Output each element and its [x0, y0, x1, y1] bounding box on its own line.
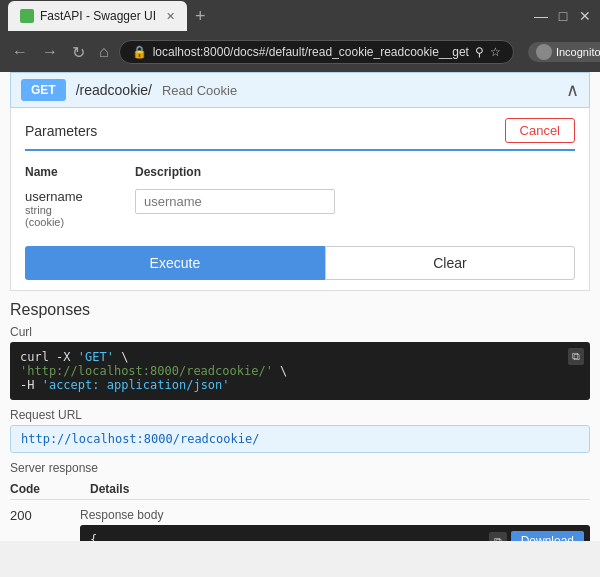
collapse-button[interactable]: ∧ — [566, 79, 579, 101]
param-name-block: username string (cookie) — [25, 189, 115, 228]
param-type: string — [25, 204, 115, 216]
curl-line-2: 'http://localhost:8000/readcookie/' — [20, 364, 273, 378]
address-bar[interactable]: 🔒 localhost:8000/docs#/default/read_cook… — [119, 40, 514, 64]
lock-icon: 🔒 — [132, 45, 147, 59]
param-row-username: username string (cookie) — [25, 185, 575, 232]
responses-section: Responses Curl curl -X 'GET' \ 'http://l… — [10, 291, 590, 541]
param-location: (cookie) — [25, 216, 115, 228]
clear-button[interactable]: Clear — [325, 246, 575, 280]
response-details: Response body { "username": "admin" } ⧉ … — [80, 508, 590, 541]
param-input-username[interactable] — [135, 189, 335, 214]
server-response-section: Server response Code Details 200 Respons… — [10, 461, 590, 541]
endpoint-summary: Read Cookie — [162, 83, 237, 98]
curl-label: Curl — [10, 325, 590, 339]
response-table-header: Code Details — [10, 479, 590, 500]
endpoint-header[interactable]: GET /readcookie/ Read Cookie ∧ — [10, 72, 590, 108]
swagger-section: GET /readcookie/ Read Cookie ∧ Parameter… — [0, 72, 600, 541]
incognito-badge: Incognito — [528, 42, 600, 62]
browser-chrome: FastAPI - Swagger UI ✕ + — □ ✕ ← → ↻ ⌂ 🔒… — [0, 0, 600, 72]
new-tab-button[interactable]: + — [195, 6, 206, 27]
nav-bar: ← → ↻ ⌂ 🔒 localhost:8000/docs#/default/r… — [0, 32, 600, 72]
reload-button[interactable]: ↻ — [68, 41, 89, 64]
star-icon: ☆ — [490, 45, 501, 59]
back-button[interactable]: ← — [8, 41, 32, 63]
request-url-section: Request URL http://localhost:8000/readco… — [10, 408, 590, 453]
response-copy-button[interactable]: ⧉ — [489, 532, 507, 542]
response-row-200: 200 Response body { "username": "admin" … — [10, 504, 590, 541]
cancel-button[interactable]: Cancel — [505, 118, 575, 143]
col-name-header: Name — [25, 165, 115, 179]
title-bar: FastAPI - Swagger UI ✕ + — □ ✕ — [0, 0, 600, 32]
minimize-button[interactable]: — — [534, 9, 548, 23]
close-button[interactable]: ✕ — [578, 9, 592, 23]
curl-line-1: curl -X 'GET' \ — [20, 350, 128, 364]
col-details-header: Details — [90, 482, 129, 496]
incognito-label: Incognito — [556, 46, 600, 58]
execute-button[interactable]: Execute — [25, 246, 325, 280]
download-button[interactable]: Download — [511, 531, 584, 541]
params-header: Parameters Cancel — [25, 118, 575, 151]
browser-tab[interactable]: FastAPI - Swagger UI ✕ — [8, 1, 187, 31]
curl-section: Curl curl -X 'GET' \ 'http://localhost:8… — [10, 325, 590, 400]
method-badge: GET — [21, 79, 66, 101]
col-code-header: Code — [10, 482, 70, 496]
json-open-brace: { — [90, 533, 97, 541]
tab-favicon — [20, 9, 34, 23]
window-controls: — □ ✕ — [534, 9, 592, 23]
responses-title: Responses — [10, 291, 590, 325]
parameters-section: Parameters Cancel Name Description usern… — [10, 108, 590, 291]
col-description-header: Description — [135, 165, 201, 179]
maximize-button[interactable]: □ — [556, 9, 570, 23]
curl-code-block: curl -X 'GET' \ 'http://localhost:8000/r… — [10, 342, 590, 400]
tab-title: FastAPI - Swagger UI — [40, 9, 156, 23]
home-button[interactable]: ⌂ — [95, 41, 113, 63]
page-content: GET /readcookie/ Read Cookie ∧ Parameter… — [0, 72, 600, 541]
response-code: 200 — [10, 508, 60, 523]
nav-right: Incognito — [528, 42, 600, 62]
response-body-block: { "username": "admin" } ⧉ Download — [80, 525, 590, 541]
response-body-label: Response body — [80, 508, 590, 522]
curl-copy-button[interactable]: ⧉ — [568, 348, 584, 365]
request-url-block: http://localhost:8000/readcookie/ — [10, 425, 590, 453]
forward-button[interactable]: → — [38, 41, 62, 63]
incognito-icon — [536, 44, 552, 60]
download-area: ⧉ Download — [489, 531, 584, 541]
endpoint-path: /readcookie/ — [76, 82, 152, 98]
search-icon: ⚲ — [475, 45, 484, 59]
param-name: username — [25, 189, 115, 204]
request-url-label: Request URL — [10, 408, 590, 422]
params-tab-label[interactable]: Parameters — [25, 123, 97, 139]
server-response-label: Server response — [10, 461, 590, 475]
curl-line-2b: \ — [273, 364, 287, 378]
action-buttons: Execute Clear — [25, 246, 575, 280]
address-text: localhost:8000/docs#/default/read_cookie… — [153, 45, 469, 59]
tab-close-button[interactable]: ✕ — [166, 10, 175, 23]
param-table-header: Name Description — [25, 161, 575, 185]
curl-line-3: -H 'accept: application/json' — [20, 378, 230, 392]
